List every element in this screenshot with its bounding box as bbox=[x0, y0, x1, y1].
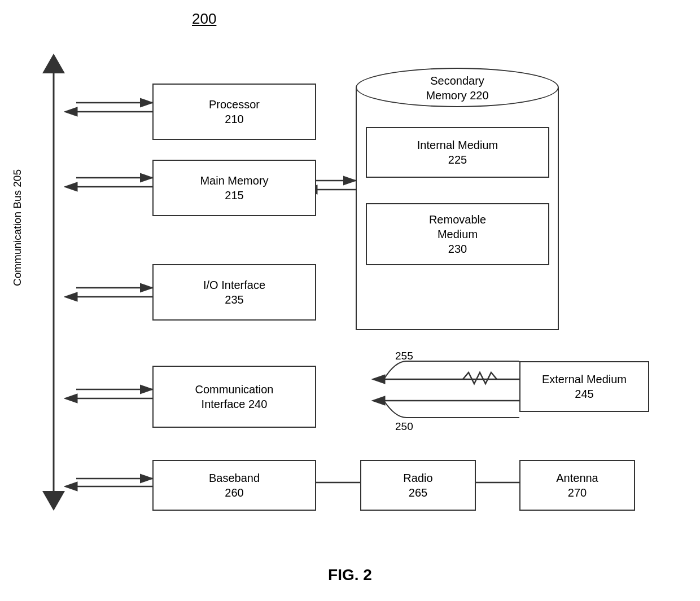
baseband-label: Baseband260 bbox=[209, 471, 260, 500]
external-medium-box: External Medium245 bbox=[519, 361, 649, 412]
svg-marker-8 bbox=[42, 491, 65, 511]
label-250: 250 bbox=[395, 420, 413, 433]
removable-medium-label: RemovableMedium230 bbox=[429, 212, 486, 256]
removable-medium-box: RemovableMedium230 bbox=[366, 203, 549, 265]
label-255: 255 bbox=[395, 350, 413, 362]
connections-svg bbox=[0, 0, 700, 601]
processor-label: Processor210 bbox=[209, 97, 260, 126]
svg-marker-7 bbox=[42, 54, 65, 73]
comm-interface-box: CommunicationInterface 240 bbox=[152, 366, 316, 428]
figure-number: 200 bbox=[192, 10, 216, 28]
internal-medium-box: Internal Medium225 bbox=[366, 127, 549, 178]
processor-box: Processor210 bbox=[152, 84, 316, 140]
comm-interface-label: CommunicationInterface 240 bbox=[195, 382, 274, 411]
external-medium-label: External Medium245 bbox=[542, 372, 627, 401]
figure-label: FIG. 2 bbox=[328, 566, 372, 584]
internal-medium-label: Internal Medium225 bbox=[417, 138, 498, 167]
main-memory-label: Main Memory215 bbox=[200, 173, 268, 203]
comm-bus-label: Communication Bus 205 bbox=[11, 169, 24, 286]
diagram: 200 Communication Bus 205 Processor210 M… bbox=[0, 0, 700, 601]
radio-box: Radio265 bbox=[360, 460, 476, 511]
antenna-label: Antenna270 bbox=[556, 471, 598, 500]
baseband-box: Baseband260 bbox=[152, 460, 316, 511]
radio-label: Radio265 bbox=[403, 471, 432, 500]
secondary-memory-label: SecondaryMemory 220 bbox=[356, 71, 559, 103]
io-interface-box: I/O Interface235 bbox=[152, 264, 316, 321]
antenna-box: Antenna270 bbox=[519, 460, 635, 511]
io-interface-label: I/O Interface235 bbox=[203, 278, 265, 307]
main-memory-box: Main Memory215 bbox=[152, 160, 316, 216]
